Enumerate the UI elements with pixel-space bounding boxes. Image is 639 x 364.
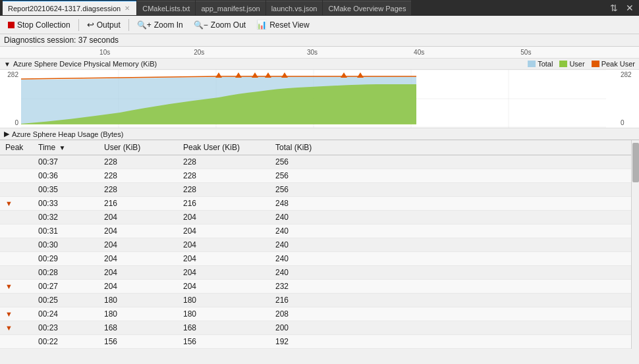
col-peak[interactable]: Peak xyxy=(0,140,33,155)
cell-peak-user: 204 xyxy=(178,211,270,224)
tab-launch[interactable]: launch.vs.json xyxy=(266,1,323,15)
cell-extra xyxy=(349,266,631,280)
cell-user: 156 xyxy=(99,335,178,349)
scrollbar[interactable] xyxy=(631,140,639,349)
cell-time: 00:23 xyxy=(33,321,99,335)
cell-peak xyxy=(0,252,33,266)
col-total[interactable]: Total (KiB) xyxy=(270,140,349,155)
reset-view-button[interactable]: 📊 Reset View xyxy=(252,18,313,31)
data-table-wrapper[interactable]: Peak Time ▼ User (KiB) Peak User (KiB) T… xyxy=(0,140,631,349)
tab-overflow-icon[interactable]: ⇅ xyxy=(607,3,621,13)
peak-marker-5 xyxy=(281,72,288,78)
cell-time: 00:24 xyxy=(33,307,99,321)
cell-extra xyxy=(349,252,631,266)
table-row: 00:30204204240 xyxy=(0,238,631,252)
legend-peak-color xyxy=(592,61,599,67)
stop-collection-button[interactable]: Stop Collection xyxy=(4,19,74,31)
ruler-20s: 20s xyxy=(194,49,204,56)
cell-user: 216 xyxy=(99,197,178,211)
cell-peak-user: 216 xyxy=(178,197,270,211)
cell-time: 00:30 xyxy=(33,238,99,252)
table-row: 00:32204204240 xyxy=(0,211,631,224)
heap-section[interactable]: ▶ Azure Sphere Heap Usage (Bytes) xyxy=(0,128,639,140)
col-peak-user[interactable]: Peak User (KiB) xyxy=(178,140,270,155)
cell-user: 228 xyxy=(99,169,178,183)
cell-user: 180 xyxy=(99,294,178,307)
zoom-in-button[interactable]: 🔍+ Zoom In xyxy=(133,19,187,31)
table-row: 00:35228228256 xyxy=(0,183,631,197)
chart-legend: Total User Peak User xyxy=(528,60,635,68)
physical-memory-title: Azure Sphere Device Physical Memory (KiB… xyxy=(13,60,157,68)
cell-time: 00:36 xyxy=(33,169,99,183)
cell-peak-user: 204 xyxy=(178,266,270,280)
peak-marker-icon: ▼ xyxy=(5,324,13,332)
cell-time: 00:32 xyxy=(33,211,99,224)
physical-memory-header[interactable]: ▼ Azure Sphere Device Physical Memory (K… xyxy=(0,59,639,70)
chart-svg xyxy=(21,70,618,128)
peak-marker-3 xyxy=(252,72,258,78)
tab-close-all-icon[interactable]: ✕ xyxy=(623,3,636,13)
tab-cmake-label: CMakeLists.txt xyxy=(142,5,190,13)
ruler-30s: 30s xyxy=(307,49,318,56)
cell-time: 00:33 xyxy=(33,197,99,211)
cell-user: 168 xyxy=(99,321,178,335)
cell-total: 240 xyxy=(270,238,349,252)
cell-peak xyxy=(0,238,33,252)
tab-diag-label: Report20210624-1317.diagsession xyxy=(8,5,121,13)
peak-marker-6 xyxy=(341,72,347,78)
ruler-labels: 10s 20s 30s 40s 50s xyxy=(5,47,634,59)
cell-total: 216 xyxy=(270,294,349,307)
tab-manifest[interactable]: app_manifest.json xyxy=(196,1,265,15)
stop-collection-label: Stop Collection xyxy=(17,20,70,30)
tab-manifest-label: app_manifest.json xyxy=(201,5,260,13)
output-icon: ↩ xyxy=(87,20,94,30)
cell-peak xyxy=(0,335,33,349)
output-button[interactable]: ↩ Output xyxy=(83,18,125,31)
session-info: Diagnostics session: 37 seconds xyxy=(0,34,639,47)
sort-arrow: ▼ xyxy=(59,144,66,151)
cell-peak-user: 180 xyxy=(178,294,270,307)
session-duration: 37 seconds xyxy=(78,36,119,45)
cell-extra xyxy=(349,211,631,224)
col-user[interactable]: User (KiB) xyxy=(99,140,178,155)
cell-user: 204 xyxy=(99,252,178,266)
zoom-out-button[interactable]: 🔍− Zoom Out xyxy=(190,19,250,31)
cell-peak xyxy=(0,155,33,169)
peak-marker-4 xyxy=(265,72,271,78)
cell-user: 204 xyxy=(99,224,178,238)
cell-peak-user: 204 xyxy=(178,224,270,238)
physical-memory-section: ▼ Azure Sphere Device Physical Memory (K… xyxy=(0,59,639,128)
scrollbar-thumb[interactable] xyxy=(632,143,639,182)
peak-marker-icon: ▼ xyxy=(5,199,13,207)
peak-marker-7 xyxy=(357,72,364,78)
reset-view-label: Reset View xyxy=(269,20,309,30)
cell-time: 00:29 xyxy=(33,252,99,266)
tab-diag[interactable]: Report20210624-1317.diagsession ✕ xyxy=(3,1,136,15)
cell-peak xyxy=(0,169,33,183)
cell-total: 240 xyxy=(270,252,349,266)
tab-launch-label: launch.vs.json xyxy=(271,5,318,13)
table-row: 00:37228228256 xyxy=(0,155,631,169)
col-extra xyxy=(349,140,631,155)
tab-bar: Report20210624-1317.diagsession ✕ CMakeL… xyxy=(0,0,639,16)
cell-peak-user: 204 xyxy=(178,238,270,252)
tab-overview[interactable]: CMake Overview Pages xyxy=(323,1,411,15)
y-max-label: 282 xyxy=(7,71,18,78)
cell-user: 204 xyxy=(99,211,178,224)
peak-marker-icon: ▼ xyxy=(5,310,13,318)
cell-peak: ▼ xyxy=(0,197,33,211)
table-header: Peak Time ▼ User (KiB) Peak User (KiB) T… xyxy=(0,140,631,155)
session-label: Diagnostics session: xyxy=(4,36,76,45)
cell-total: 208 xyxy=(270,307,349,321)
legend-peak-label: Peak User xyxy=(601,60,635,68)
tab-cmake[interactable]: CMakeLists.txt xyxy=(137,1,195,15)
toolbar-separator-2 xyxy=(128,19,129,31)
cell-peak-user: 168 xyxy=(178,321,270,335)
zoom-in-icon: 🔍+ xyxy=(137,20,152,30)
table-row: ▼00:33216216248 xyxy=(0,197,631,211)
col-time[interactable]: Time ▼ xyxy=(33,140,99,155)
legend-user-color xyxy=(559,61,567,67)
heap-title: Azure Sphere Heap Usage (Bytes) xyxy=(12,130,123,138)
col-time-label: Time xyxy=(38,143,55,152)
tab-diag-close[interactable]: ✕ xyxy=(123,5,131,12)
